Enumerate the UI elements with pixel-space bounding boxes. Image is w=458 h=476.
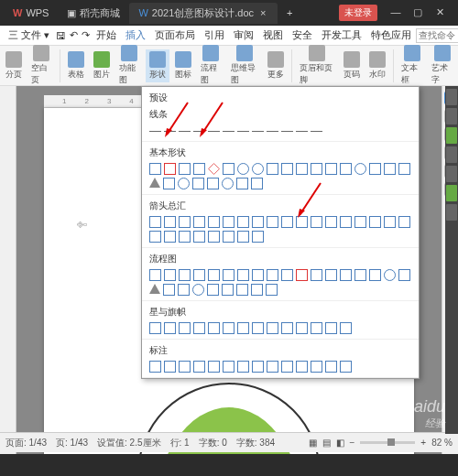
shape-callout[interactable] [296, 361, 308, 373]
view-icon[interactable]: ▦ [309, 438, 317, 448]
shape-star[interactable] [267, 322, 278, 334]
shape-rect[interactable] [251, 178, 263, 189]
menu-insert[interactable]: 插入 [121, 28, 150, 42]
status-wordcount[interactable]: 字数: 384 [236, 437, 275, 449]
shape-rect[interactable] [192, 178, 204, 189]
shape-star[interactable] [164, 322, 176, 334]
shape-rect[interactable] [179, 163, 191, 175]
shape-line[interactable] [164, 124, 176, 136]
shape-callout[interactable] [237, 361, 249, 373]
shape-callout[interactable] [281, 361, 293, 373]
shape-arrow[interactable] [237, 231, 249, 243]
shape-arrow[interactable] [398, 216, 410, 228]
shape-rect[interactable] [340, 163, 352, 175]
menu-reference[interactable]: 引用 [200, 28, 229, 42]
shape-line[interactable] [179, 124, 191, 136]
ribbon-pagenum[interactable]: 页码 [340, 49, 364, 82]
view-icon[interactable]: ▤ [322, 438, 331, 448]
zoom-in-icon[interactable]: + [420, 438, 426, 448]
zoom-slider[interactable] [360, 441, 415, 444]
menu-view[interactable]: 视图 [258, 28, 288, 42]
shape-arrow[interactable] [369, 216, 381, 228]
shape-arrow[interactable] [179, 216, 191, 228]
ribbon-icons[interactable]: 图标 [171, 49, 195, 82]
shape-star[interactable] [179, 322, 191, 334]
thumb[interactable] [446, 89, 457, 105]
shape-star[interactable] [311, 322, 322, 334]
shape-flow[interactable] [164, 269, 176, 281]
thumb[interactable] [446, 146, 457, 163]
shape-arrow[interactable] [193, 231, 205, 243]
shape-rect[interactable] [149, 163, 161, 175]
shape-arrow[interactable] [208, 231, 220, 243]
ribbon-headerfooter[interactable]: 页眉和页脚 [296, 43, 338, 88]
shape-rect-highlighted[interactable] [164, 163, 176, 175]
shape-rect[interactable] [296, 163, 308, 175]
dropdown-footer[interactable]: ▦ 新建绘图画布(N) [142, 378, 419, 379]
shape-arrow[interactable] [208, 216, 220, 228]
shape-star[interactable] [340, 322, 352, 334]
shape-arrow[interactable] [325, 216, 337, 228]
status-page[interactable]: 页面: 1/43 [5, 437, 47, 449]
shape-flow[interactable] [236, 284, 248, 296]
shape-diamond-highlighted[interactable] [208, 163, 220, 175]
shape-star[interactable] [325, 322, 337, 334]
shape-line[interactable] [149, 124, 161, 136]
menu-file[interactable]: 三 文件 ▾ [4, 28, 54, 42]
shape-flow[interactable] [178, 284, 190, 296]
shape-line[interactable] [311, 124, 322, 136]
menu-start[interactable]: 开始 [92, 28, 121, 42]
shape-flow[interactable] [311, 269, 322, 281]
shape-rect[interactable] [384, 163, 396, 175]
shape-star[interactable] [296, 322, 308, 334]
shape-flow[interactable] [325, 269, 337, 281]
shape-callout[interactable] [311, 361, 322, 373]
shape-circle[interactable] [237, 163, 249, 175]
shape-star[interactable] [281, 322, 293, 334]
ribbon-blankpage[interactable]: 空白页 [27, 43, 56, 88]
shape-flow[interactable] [266, 284, 278, 296]
shape-line[interactable] [208, 124, 220, 136]
shape-flow[interactable] [149, 269, 161, 281]
shape-flow[interactable] [354, 269, 366, 281]
shape-star[interactable] [223, 322, 234, 334]
shape-rect[interactable] [325, 163, 337, 175]
shape-arrow[interactable] [281, 216, 293, 228]
ribbon-pagebreak[interactable]: 分页 [2, 49, 26, 82]
ribbon-funcimg[interactable]: 功能图 [115, 43, 144, 88]
tab-app[interactable]: W WPS [4, 4, 58, 22]
shape-rect[interactable] [369, 163, 381, 175]
shape-line[interactable] [267, 124, 278, 136]
shape-arrow[interactable] [164, 231, 176, 243]
ribbon-table[interactable]: 表格 [64, 49, 88, 82]
zoom-handle[interactable] [387, 438, 395, 446]
shape-flow[interactable] [237, 269, 249, 281]
shape-arrow[interactable] [354, 216, 366, 228]
shape-flow-highlighted[interactable] [296, 269, 308, 281]
shape-flow[interactable] [384, 269, 396, 281]
ribbon-wordart[interactable]: 艺术字 [428, 43, 456, 88]
menu-devtools[interactable]: 开发工具 [317, 28, 366, 42]
menu-security[interactable]: 安全 [288, 28, 317, 42]
ribbon-picture[interactable]: 图片 [90, 49, 114, 82]
shape-line[interactable] [223, 124, 234, 136]
shape-arrow[interactable] [193, 216, 205, 228]
shape-flow[interactable] [149, 284, 160, 294]
shape-arrow[interactable] [296, 216, 308, 228]
shape-callout[interactable] [149, 361, 161, 373]
thumb[interactable] [446, 127, 457, 144]
shape-rect[interactable] [281, 163, 293, 175]
shape-flow[interactable] [222, 284, 234, 296]
shape-flow[interactable] [369, 269, 381, 281]
shape-flow[interactable] [193, 269, 205, 281]
shape-line[interactable] [281, 124, 293, 136]
shape-arrow[interactable] [223, 216, 234, 228]
shape-circle[interactable] [178, 178, 190, 189]
shape-rect[interactable] [236, 178, 248, 189]
shape-callout[interactable] [340, 361, 352, 373]
shape-arrow[interactable] [384, 216, 396, 228]
shape-flow[interactable] [252, 269, 264, 281]
shape-arrow[interactable] [252, 216, 264, 228]
shape-flow[interactable] [207, 284, 219, 296]
shape-rect[interactable] [311, 163, 322, 175]
